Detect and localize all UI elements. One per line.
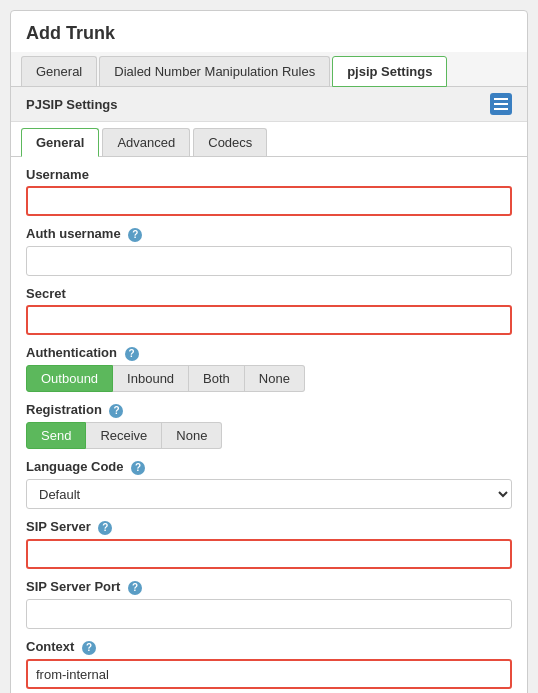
- reg-send-btn[interactable]: Send: [26, 422, 86, 449]
- language-code-group: Language Code ? Default: [26, 459, 512, 509]
- sip-server-label: SIP Server ?: [26, 519, 512, 535]
- context-label: Context ?: [26, 639, 512, 655]
- inner-tab-advanced[interactable]: Advanced: [102, 128, 190, 156]
- sip-server-port-group: SIP Server Port ?: [26, 579, 512, 629]
- registration-label: Registration ?: [26, 402, 512, 418]
- inner-tabs: General Advanced Codecs: [11, 122, 527, 157]
- auth-username-help-icon[interactable]: ?: [128, 228, 142, 242]
- reg-receive-btn[interactable]: Receive: [86, 422, 162, 449]
- username-group: Username: [26, 167, 512, 216]
- sip-server-help-icon[interactable]: ?: [98, 521, 112, 535]
- sip-server-port-help-icon[interactable]: ?: [128, 581, 142, 595]
- tab-general[interactable]: General: [21, 56, 97, 86]
- main-container: Add Trunk General Dialed Number Manipula…: [10, 10, 528, 693]
- authentication-label: Authentication ?: [26, 345, 512, 361]
- page-title: Add Trunk: [11, 11, 527, 52]
- tab-dialed-number[interactable]: Dialed Number Manipulation Rules: [99, 56, 330, 86]
- auth-username-input[interactable]: [26, 246, 512, 276]
- username-label: Username: [26, 167, 512, 182]
- registration-help-icon[interactable]: ?: [109, 404, 123, 418]
- auth-outbound-btn[interactable]: Outbound: [26, 365, 113, 392]
- tab-pjsip-settings[interactable]: pjsip Settings: [332, 56, 447, 87]
- inner-tab-codecs[interactable]: Codecs: [193, 128, 267, 156]
- username-input[interactable]: [26, 186, 512, 216]
- sip-server-port-input[interactable]: [26, 599, 512, 629]
- section-header: PJSIP Settings: [11, 87, 527, 122]
- language-code-select[interactable]: Default: [26, 479, 512, 509]
- list-icon-button[interactable]: [490, 93, 512, 115]
- secret-label: Secret: [26, 286, 512, 301]
- top-tabs: General Dialed Number Manipulation Rules…: [11, 52, 527, 87]
- authentication-help-icon[interactable]: ?: [125, 347, 139, 361]
- secret-group: Secret: [26, 286, 512, 335]
- secret-input[interactable]: [26, 305, 512, 335]
- auth-both-btn[interactable]: Both: [189, 365, 245, 392]
- registration-group: Registration ? Send Receive None: [26, 402, 512, 449]
- inner-tab-general[interactable]: General: [21, 128, 99, 157]
- context-help-icon[interactable]: ?: [82, 641, 96, 655]
- form-body: Username Auth username ? Secret Authenti…: [11, 157, 527, 693]
- reg-none-btn[interactable]: None: [162, 422, 222, 449]
- language-code-help-icon[interactable]: ?: [131, 461, 145, 475]
- auth-inbound-btn[interactable]: Inbound: [113, 365, 189, 392]
- context-input[interactable]: [26, 659, 512, 689]
- language-code-label: Language Code ?: [26, 459, 512, 475]
- sip-server-port-label: SIP Server Port ?: [26, 579, 512, 595]
- auth-username-label: Auth username ?: [26, 226, 512, 242]
- authentication-btn-group: Outbound Inbound Both None: [26, 365, 512, 392]
- authentication-group: Authentication ? Outbound Inbound Both N…: [26, 345, 512, 392]
- context-group: Context ?: [26, 639, 512, 689]
- section-header-text: PJSIP Settings: [26, 97, 118, 112]
- auth-username-group: Auth username ?: [26, 226, 512, 276]
- sip-server-group: SIP Server ?: [26, 519, 512, 569]
- auth-none-btn[interactable]: None: [245, 365, 305, 392]
- registration-btn-group: Send Receive None: [26, 422, 512, 449]
- sip-server-input[interactable]: [26, 539, 512, 569]
